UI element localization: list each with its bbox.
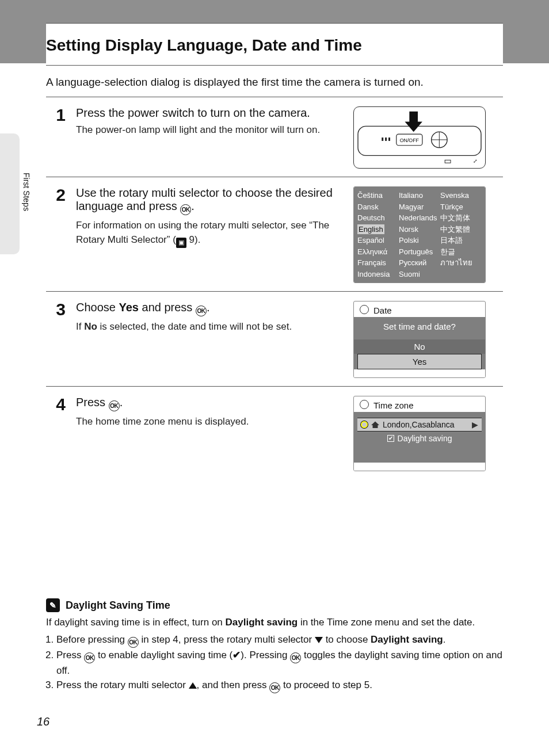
ok-icon: OK: [109, 400, 120, 411]
language-menu-screen: ČeštinaItalianoSvenskaDanskMagyarTürkçeD…: [353, 186, 486, 283]
timezone-screen: Time zone London,Casablanca ▶ ✔ Daylight…: [353, 396, 486, 471]
check-icon: ✔: [232, 648, 241, 663]
note-item-2: Press OK to enable daylight saving time …: [56, 648, 503, 678]
language-option: 中文繁體: [440, 224, 482, 235]
language-option: 中文简体: [440, 213, 482, 223]
language-option: Deutsch: [357, 213, 399, 223]
step-2: 2 Use the rotary multi selector to choos…: [46, 177, 503, 291]
down-arrow-icon: [315, 637, 323, 643]
svg-text:⤢: ⤢: [473, 158, 478, 164]
language-option: Norsk: [399, 224, 440, 235]
checkbox-icon: ✔: [387, 435, 394, 442]
ok-icon: OK: [290, 652, 301, 663]
language-option: ภาษาไทย: [440, 258, 482, 268]
step-subtext: If No is selected, the date and time wil…: [76, 320, 349, 334]
language-option: Ελληνικά: [357, 247, 399, 257]
side-tab: [0, 133, 20, 254]
language-option: 日本語: [440, 235, 482, 246]
step-heading: Use the rotary multi selector to choose …: [76, 186, 349, 215]
svg-rect-6: [382, 138, 383, 141]
svg-rect-7: [385, 138, 387, 141]
clock-icon: [360, 400, 369, 411]
ok-icon: OK: [84, 652, 95, 663]
language-option: Magyar: [399, 202, 440, 212]
language-option: Türkçe: [440, 202, 482, 212]
step-3: 3 Choose Yes and press OK. If No is sele…: [46, 291, 503, 386]
daylight-saving-note: ✎ Daylight Saving Time If daylight savin…: [46, 598, 503, 693]
language-option: Italiano: [399, 190, 440, 201]
lcd-title: Time zone: [373, 400, 413, 410]
note-item-3: Press the rotary multi selector , and th…: [56, 678, 503, 693]
up-arrow-icon: [189, 682, 197, 689]
ok-icon: OK: [128, 637, 139, 648]
option-yes: Yes: [357, 354, 482, 369]
lcd-question: Set time and date?: [354, 322, 485, 339]
side-tab-label: First Steps: [22, 173, 31, 211]
step-heading: Press the power switch to turn on the ca…: [76, 106, 349, 120]
language-option: Português: [399, 247, 440, 257]
page-content: Setting Display Language, Date and Time …: [46, 23, 503, 479]
language-option: Dansk: [357, 202, 399, 212]
note-item-1: Before pressing OK in step 4, press the …: [56, 632, 503, 648]
onoff-label: ON/OFF: [400, 138, 420, 143]
language-option: Русский: [399, 258, 440, 268]
language-option: [440, 269, 482, 280]
svg-rect-9: [445, 160, 451, 163]
step-subtext: The home time zone menu is displayed.: [76, 415, 349, 429]
daylight-saving-label: Daylight saving: [398, 434, 452, 443]
lcd-title: Date: [373, 306, 392, 315]
reference-icon: ▣: [176, 238, 186, 248]
step-heading: Press OK.: [76, 396, 349, 411]
step-subtext: For information on using the rotary mult…: [76, 219, 349, 248]
ok-icon: OK: [196, 306, 207, 316]
option-no: No: [354, 339, 485, 354]
language-option: Español: [357, 235, 399, 246]
page-number: 16: [37, 715, 49, 728]
clock-icon: [360, 305, 369, 316]
selection-marker-icon: [361, 421, 368, 428]
language-option: English: [357, 224, 399, 235]
language-option: Indonesia: [357, 269, 399, 280]
language-option: Čeština: [357, 190, 399, 201]
intro-text: A language-selection dialog is displayed…: [46, 76, 503, 89]
chevron-right-icon: ▶: [472, 420, 478, 429]
language-option: Polski: [399, 235, 440, 246]
language-option: Nederlands: [399, 213, 440, 223]
language-option: 한글: [440, 247, 482, 257]
step-number: 4: [46, 396, 71, 413]
language-option: Français: [357, 258, 399, 268]
ok-icon: OK: [180, 204, 191, 215]
timezone-value: London,Casablanca: [383, 420, 468, 429]
step-1: 1 Press the power switch to turn on the …: [46, 97, 503, 177]
language-option: Svenska: [440, 190, 482, 201]
home-icon: [371, 421, 379, 428]
svg-rect-8: [388, 138, 390, 141]
note-icon: ✎: [46, 598, 60, 612]
note-title: Daylight Saving Time: [66, 600, 170, 612]
step-number: 1: [46, 106, 71, 124]
step-4: 4 Press OK. The home time zone menu is d…: [46, 386, 503, 479]
language-option: Suomi: [399, 269, 440, 280]
date-prompt-screen: Date Set time and date? No Yes: [353, 301, 486, 378]
page-title: Setting Display Language, Date and Time: [46, 24, 503, 65]
step-subtext: The power-on lamp will light and the mon…: [76, 123, 349, 138]
ok-icon: OK: [269, 682, 280, 693]
step-number: 3: [46, 301, 71, 318]
step-number: 2: [46, 186, 71, 204]
camera-top-illustration: ON/OFF ⤢: [353, 106, 486, 169]
step-heading: Choose Yes and press OK.: [76, 301, 349, 316]
language-option-selected: English: [357, 224, 384, 235]
note-intro: If daylight saving time is in effect, tu…: [46, 616, 503, 630]
